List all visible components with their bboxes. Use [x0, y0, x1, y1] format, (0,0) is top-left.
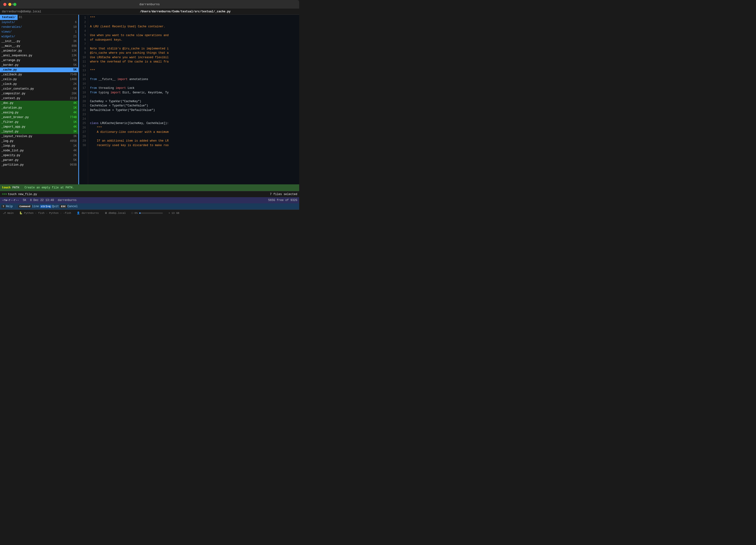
minimize-button[interactable] [8, 3, 11, 6]
list-item-active[interactable]: _cache.py5K [0, 67, 78, 72]
list-item[interactable]: layouts/6 [0, 20, 78, 25]
list-item[interactable]: _animator.py13K [0, 48, 78, 53]
path-filename: _cache.py [215, 10, 231, 13]
list-item-selected[interactable]: _doc.py4K [0, 101, 78, 105]
file-path: /Users/darrenburns/Code/textual/src/text… [73, 10, 297, 13]
path-prefix: /Users/darrenburns/Code/textual/src/text… [140, 10, 215, 13]
list-item[interactable]: _border.py5K [0, 63, 78, 67]
hk-key-ctrlq[interactable]: ctrl+q [40, 205, 52, 208]
cpu-percent: 6% [134, 212, 137, 214]
list-item[interactable]: _color_constants.py6K [0, 86, 78, 91]
hk-sep: : [14, 205, 16, 208]
list-item[interactable]: _clock.py2K [0, 82, 78, 86]
git-icon: ⎇ [3, 211, 6, 214]
status-bar: -rw-r--r-- 5K 8 Dec 22 13:40 darrenburns… [0, 197, 299, 203]
file-date: 8 Dec 22 13:40 [30, 198, 54, 202]
task-env: 🐍 Python · fish · Python · -fish [19, 211, 71, 214]
list-item[interactable]: renderables/10 [0, 25, 78, 29]
command-bar: touch PATH Create an empty file at PATH. [0, 184, 299, 191]
content-area: textual/ 81 layouts/6 renderables/10 vie… [0, 15, 299, 184]
hk-key-command[interactable]: Command [18, 205, 32, 208]
hostname: dbmbp.local [109, 212, 126, 214]
taskbar: ⎇ main 🐍 Python · fish · Python · -fish … [0, 209, 299, 216]
user-host: darrenburns@dbmbp.local [2, 10, 73, 13]
input-prompt: >>> [2, 193, 7, 196]
hk-cancel[interactable]: ESC Cancel [60, 205, 78, 208]
list-item[interactable]: _partition.py903B [0, 162, 78, 167]
list-item[interactable]: _compositor.py28K [0, 91, 78, 96]
hk-quit[interactable]: ctrl+q Quit [40, 205, 59, 208]
space-free: 565G free of 932G [268, 198, 297, 202]
list-item[interactable]: _node_list.py4K [0, 148, 78, 153]
host-icon: 🖥 [104, 211, 107, 214]
cpu-progress-fill [139, 212, 141, 214]
list-item[interactable]: _ansi_sequences.py13K [0, 53, 78, 58]
list-item-selected[interactable]: _layout.py3K [0, 129, 78, 134]
hk-help[interactable]: ? Help [1, 205, 13, 208]
task-cpu: □ 6% [132, 212, 163, 214]
list-item[interactable]: _arrange.py5K [0, 58, 78, 63]
hk-label-help: Help [6, 205, 13, 208]
list-item[interactable]: _layout_resolve.py3K [0, 134, 78, 139]
hk-key-esc[interactable]: ESC [60, 205, 67, 208]
files-selected: 7 files selected [270, 193, 297, 196]
input-text[interactable]: touch new_file.py [8, 193, 37, 196]
shortcut-label: ⌘1 [12, 3, 15, 6]
cmd-name: touch [2, 186, 10, 189]
hk-command[interactable]: Command line [18, 205, 39, 208]
code-content[interactable]: """ A LRU (Least Recently Used) Cache co… [88, 15, 299, 184]
input-bar: >>> touch new_file.py 7 files selected [0, 191, 299, 197]
list-item[interactable]: _cells.py140B [0, 77, 78, 82]
cpu-icon: □ [132, 212, 133, 214]
cmd-desc: Create an empty file at PATH. [24, 186, 74, 189]
list-item-selected[interactable]: _duration.py1K [0, 105, 78, 110]
panel-header-count: 81 [18, 15, 24, 19]
task-branch: ⎇ main [3, 211, 14, 214]
code-panel: 1234567891011121314151617181920212223242… [78, 15, 299, 184]
hk-label-cancel: Cancel [67, 205, 78, 208]
list-item[interactable]: __main__.py89B [0, 44, 78, 48]
file-size-status: 5K [23, 198, 26, 202]
user-icon: 👤 [77, 211, 80, 214]
list-item[interactable]: _log.py405B [0, 139, 78, 143]
env-name: Python · fish · Python · -fish [24, 212, 71, 214]
cmd-path: PATH [12, 186, 19, 189]
path-bar: darrenburns@dbmbp.local /Users/darrenbur… [0, 9, 299, 15]
list-item[interactable]: _context.py221B [0, 96, 78, 101]
close-button[interactable] [3, 3, 6, 6]
list-item[interactable]: _callback.py754B [0, 72, 78, 77]
username: darrenburns [81, 212, 99, 214]
panel-header-selected[interactable]: textual/ [0, 15, 18, 20]
python-icon: 🐍 [19, 211, 23, 214]
list-item-selected[interactable]: _easing.py4K [0, 110, 78, 115]
list-item-selected[interactable]: _filter.py1K [0, 120, 78, 124]
hk-key-help[interactable]: ? [1, 205, 5, 208]
list-item[interactable]: _parser.py5K [0, 158, 78, 162]
file-permissions: -rw-r--r-- [2, 198, 19, 202]
task-ram: ▪ 13 GB [169, 212, 180, 214]
file-list[interactable]: layouts/6 renderables/10 views/1 widgets… [0, 20, 78, 184]
cpu-progress [139, 212, 163, 214]
hotkey-bar: ? Help : Command line ctrl+q Quit ESC Ca… [0, 203, 299, 209]
hk-label-quit: Quit [52, 205, 59, 208]
task-user: 👤 darrenburns [77, 211, 99, 214]
file-user: darrenburns [58, 198, 76, 202]
task-host: 🖥 dbmbp.local [104, 211, 126, 214]
list-item[interactable]: _opacity.py2K [0, 153, 78, 158]
hk-label-command: line [32, 205, 39, 208]
list-item[interactable]: __init__.py3K [0, 39, 78, 44]
file-panel: textual/ 81 layouts/6 renderables/10 vie… [0, 15, 78, 184]
ram-icon: ▪ [169, 212, 170, 214]
list-item[interactable]: _loop.py1K [0, 143, 78, 148]
line-numbers: 1234567891011121314151617181920212223242… [79, 15, 88, 184]
titlebar: ⌘1 darrenburns [0, 0, 299, 9]
list-item[interactable]: views/1 [0, 29, 78, 34]
list-item-selected[interactable]: _import_app.py4K [0, 124, 78, 129]
window-title: darrenburns [139, 3, 160, 6]
ram-amount: 13 GB [171, 212, 179, 214]
list-item-selected[interactable]: _event_broker.py774B [0, 115, 78, 120]
code-area[interactable]: 1234567891011121314151617181920212223242… [79, 15, 299, 184]
list-item[interactable]: widgets/21 [0, 34, 78, 39]
branch-name: main [7, 212, 14, 214]
